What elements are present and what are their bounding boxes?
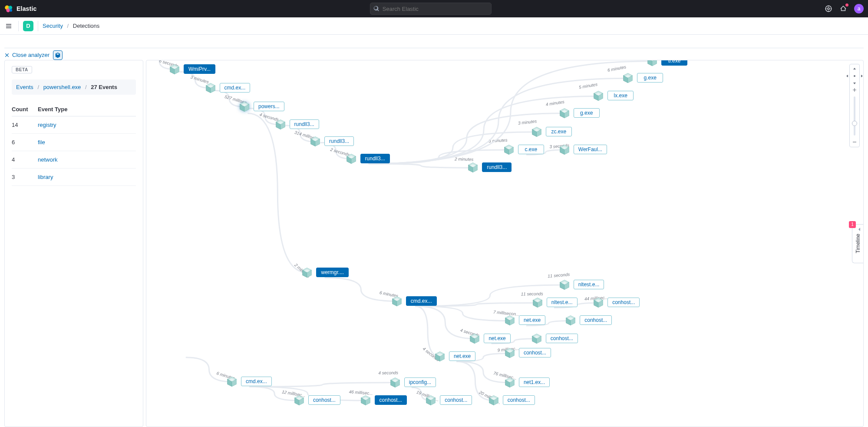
process-node-rd4[interactable]: rundll3...: [467, 162, 512, 173]
process-node-lx[interactable]: lx.exe: [593, 90, 634, 101]
process-pill[interactable]: c.exe: [518, 145, 544, 154]
process-pill[interactable]: tl.exe: [661, 60, 687, 66]
process-pill[interactable]: cmd.ex...: [406, 296, 437, 306]
process-node-nlt2[interactable]: nltest.e...: [532, 297, 578, 308]
user-avatar[interactable]: a: [854, 4, 864, 13]
process-pill[interactable]: conhost...: [503, 395, 535, 405]
process-pill[interactable]: net.exe: [484, 334, 510, 343]
pan-down[interactable]: [851, 80, 858, 86]
process-node-ch_net1[interactable]: conhost...: [565, 314, 612, 326]
process-pill[interactable]: WmiPrv...: [184, 64, 215, 74]
process-node-g1[interactable]: g.exe: [559, 107, 600, 119]
process-pill[interactable]: net1.ex...: [519, 377, 550, 387]
zoom-knob[interactable]: [852, 121, 857, 126]
process-node-ch_net3[interactable]: conhost...: [504, 347, 551, 358]
analyzer-view-toggle[interactable]: [53, 50, 63, 60]
process-pill[interactable]: conhost...: [519, 348, 551, 357]
process-node-rd2[interactable]: rundll3...: [310, 136, 354, 147]
process-node-wmi[interactable]: WmiPrv...: [169, 63, 215, 75]
process-node-net1[interactable]: net.exe: [504, 314, 545, 326]
process-pill[interactable]: ipconfig...: [404, 377, 436, 387]
process-node-cexe[interactable]: c.exe: [503, 144, 544, 155]
process-node-cmd1[interactable]: cmd.ex...: [205, 82, 251, 93]
process-pill[interactable]: conhost...: [375, 395, 407, 405]
search-input[interactable]: [370, 3, 492, 15]
zoom-in[interactable]: [851, 87, 858, 93]
process-pill[interactable]: conhost...: [440, 395, 472, 405]
timeline-flyout-toggle[interactable]: 1 Timeline: [852, 224, 863, 263]
zoom-track[interactable]: [854, 96, 855, 136]
process-pill[interactable]: conhost...: [546, 334, 578, 343]
process-node-wer[interactable]: WerFaul...: [559, 144, 607, 155]
global-search[interactable]: [370, 3, 492, 15]
process-pill[interactable]: conhost...: [607, 298, 640, 307]
process-node-ch_net2[interactable]: conhost...: [531, 333, 578, 344]
process-node-ch_nlt2[interactable]: conhost...: [593, 297, 640, 308]
process-pill[interactable]: rundll3...: [360, 154, 390, 163]
process-pill[interactable]: nltest.e...: [574, 280, 604, 289]
process-pill[interactable]: cmd.ex...: [220, 83, 251, 93]
space-selector[interactable]: D: [23, 21, 33, 31]
brand[interactable]: Elastic: [4, 4, 37, 13]
timeline-badge: 1: [849, 221, 856, 228]
process-pill[interactable]: conhost...: [308, 395, 340, 405]
brand-name: Elastic: [17, 5, 37, 12]
process-pill[interactable]: rundll3...: [290, 119, 319, 129]
process-pill[interactable]: zc.exe: [546, 127, 572, 136]
process-node-cmd2[interactable]: cmd.ex...: [391, 295, 437, 307]
process-node-net2[interactable]: net.exe: [469, 333, 510, 344]
page: Close analyzer BETA Events / powershell.…: [0, 48, 868, 427]
process-node-rd3[interactable]: rundll3...: [346, 153, 390, 164]
event-type-link[interactable]: library: [38, 174, 53, 180]
process-node-ch_cmd3[interactable]: conhost...: [294, 394, 340, 406]
nav-toggle[interactable]: [3, 21, 14, 31]
process-pill[interactable]: cmd.ex...: [241, 377, 272, 386]
newsfeed-icon[interactable]: [839, 5, 847, 13]
pan-center[interactable]: [851, 73, 858, 79]
pan-up[interactable]: [851, 66, 858, 72]
process-pill[interactable]: WerFaul...: [574, 145, 607, 154]
analyzer-canvas[interactable]: 6 seconds3 minutes527 millisec...4 secon…: [146, 60, 864, 427]
process-node-tl[interactable]: tl.exe: [647, 60, 687, 66]
process-pill[interactable]: rundll3...: [482, 162, 512, 172]
process-node-cmd3[interactable]: cmd.ex...: [226, 376, 272, 387]
cell-type: library: [38, 169, 136, 186]
close-analyzer-button[interactable]: Close analyzer: [4, 52, 50, 58]
process-pill[interactable]: rundll3...: [324, 136, 354, 146]
process-pill[interactable]: lx.exe: [607, 91, 634, 100]
event-type-link[interactable]: file: [38, 139, 45, 146]
process-node-net1b[interactable]: net1.ex...: [504, 377, 550, 388]
process-node-ch_net1b[interactable]: conhost...: [488, 394, 535, 406]
process-node-ch_sel[interactable]: conhost...: [360, 394, 407, 406]
process-node-zc[interactable]: zc.exe: [531, 126, 572, 137]
process-pill[interactable]: nltest.e...: [547, 298, 578, 307]
process-pill[interactable]: conhost...: [580, 315, 612, 325]
close-icon: [4, 53, 10, 58]
process-node-g2[interactable]: g.exe: [622, 72, 663, 83]
pan-right[interactable]: [858, 73, 864, 79]
event-type-link[interactable]: network: [38, 156, 58, 163]
svg-marker-89: [652, 60, 657, 66]
process-pill[interactable]: g.exe: [574, 108, 600, 118]
process-node-ipc[interactable]: ipconfig...: [389, 377, 436, 388]
process-pill[interactable]: net.exe: [519, 315, 545, 325]
process-node-rd1[interactable]: rundll3...: [275, 119, 319, 130]
process-pill[interactable]: wermgr....: [316, 268, 349, 277]
pan-left[interactable]: [844, 73, 851, 79]
process-node-wermgr[interactable]: wermgr....: [301, 267, 349, 278]
process-pill[interactable]: g.exe: [637, 73, 663, 83]
svg-point-2: [6, 8, 10, 12]
cell-count: 3: [12, 169, 38, 186]
process-pill[interactable]: powers...: [254, 102, 284, 111]
process-node-net3[interactable]: net.exe: [434, 351, 475, 362]
process-node-nlt1[interactable]: nltest.e...: [559, 279, 604, 290]
event-type-link[interactable]: registry: [38, 122, 56, 128]
bc-events[interactable]: Events: [16, 84, 33, 90]
process-pill[interactable]: net.exe: [449, 351, 475, 361]
breadcrumb-parent[interactable]: Security: [43, 23, 63, 29]
process-node-ps[interactable]: powers...: [239, 101, 284, 112]
bc-process[interactable]: powershell.exe: [43, 84, 81, 90]
help-icon[interactable]: [825, 5, 832, 13]
zoom-out[interactable]: [851, 139, 858, 145]
process-node-ch_ipc[interactable]: conhost...: [425, 394, 472, 406]
